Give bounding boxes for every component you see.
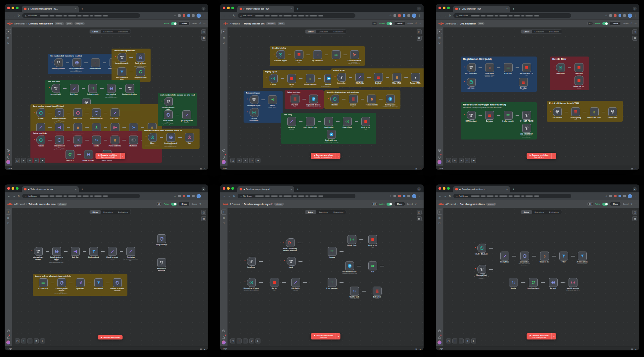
workflow-node[interactable]: *Bi-hourly at 57 minsbetween 9am and 10p… — [244, 278, 259, 291]
zoom-out-button[interactable]: − — [27, 158, 32, 163]
minimize-window-button[interactable] — [227, 7, 230, 9]
profile-avatar[interactable] — [628, 14, 632, 18]
workflow-node[interactable]: Parse HTML table — [586, 107, 602, 119]
menu-dots-icon[interactable]: ⋮ — [418, 14, 421, 17]
node-box[interactable] — [182, 110, 191, 119]
share-button[interactable]: Share — [394, 202, 405, 206]
forward-icon[interactable]: → — [13, 14, 15, 17]
workflow-node[interactable]: Render HTML — [408, 73, 423, 84]
tab-executions[interactable]: Executions — [101, 30, 115, 33]
share-button[interactable]: Share — [179, 202, 190, 206]
logs-settings-icon[interactable]: ▤ — [415, 348, 417, 350]
node-box[interactable] — [157, 234, 166, 243]
node-box[interactable] — [166, 133, 175, 142]
workflow-node[interactable]: Follow through — [85, 84, 100, 96]
logs-settings-icon[interactable]: ▤ — [415, 167, 417, 170]
workflow-node[interactable]: *Schedule Trigger — [273, 50, 288, 62]
tab-search-chevron-icon[interactable]: ▾ — [417, 7, 421, 11]
close-window-button[interactable] — [223, 187, 225, 190]
zoom-to-fit-button[interactable]: ▢ — [446, 158, 451, 163]
zoom-to-fit-button[interactable]: ▢ — [15, 338, 20, 343]
logs-settings-icon[interactable]: ▤ — [200, 348, 202, 350]
forward-icon[interactable]: → — [444, 195, 446, 198]
workflow-tag[interactable]: telegram — [57, 203, 67, 206]
node-box[interactable] — [94, 278, 103, 287]
extension-icon[interactable] — [187, 14, 190, 17]
maximize-window-button[interactable] — [447, 7, 450, 9]
notifications-icon[interactable] — [438, 335, 441, 338]
layers-button[interactable]: ▤ — [201, 36, 206, 41]
node-box[interactable] — [52, 247, 61, 256]
workflow-node[interactable]: fetch total count2GET: http://linkding:9… — [163, 133, 178, 147]
pointer-mode-button[interactable]: ➤ — [40, 158, 45, 163]
node-box[interactable] — [129, 123, 138, 132]
node-box[interactable]: * — [269, 74, 278, 83]
layers-button[interactable]: ▤ — [417, 216, 422, 221]
node-box[interactable] — [91, 58, 100, 67]
projects-icon[interactable]: ◻ — [7, 41, 9, 44]
node-chain[interactable]: *tailscale/mac-accessGet all devices in … — [30, 247, 138, 263]
node-group[interactable]: Delete flow*delete formDelete linkDelete… — [550, 57, 589, 90]
workflow-node[interactable]: Markdown — [126, 136, 141, 147]
workflow-node[interactable]: *delete form — [553, 63, 568, 75]
tab-editor[interactable]: Editor — [90, 210, 101, 214]
node-box[interactable] — [374, 73, 383, 82]
workflow-node[interactable]: Monthly resetsendMessage: message — [383, 95, 398, 107]
pointer-mode-button[interactable]: ➤ — [255, 158, 260, 163]
node-box[interactable]: * — [36, 108, 45, 117]
workflow-node[interactable]: Object to list — [537, 252, 552, 263]
collapse-chevron-icon[interactable]: ▴ — [204, 167, 205, 170]
workflow-node[interactable]: filter unindexed links — [114, 67, 129, 81]
overview-icon[interactable]: ▤ — [223, 36, 225, 39]
breadcrumb-project[interactable]: A Personal — [14, 203, 24, 205]
workflow-node[interactable]: Query State — [497, 252, 512, 263]
workflow-title[interactable]: Run changedetections — [460, 203, 484, 205]
back-icon[interactable]: ← — [439, 14, 441, 17]
minimize-window-button[interactable] — [443, 7, 445, 9]
zoom-in-button[interactable]: + — [237, 338, 242, 343]
workflow-node[interactable]: Edit Fields2 — [107, 108, 122, 120]
workflow-node[interactable]: fetch to-read itemsGET: http://linkding:… — [52, 108, 67, 123]
node-box[interactable] — [313, 50, 322, 59]
node-box[interactable] — [291, 278, 300, 287]
workflow-node[interactable]: Clean inputCoalesce inputs between the..… — [482, 63, 497, 78]
workflow-node[interactable]: Loop Over Items — [133, 67, 148, 79]
node-group[interactable]: mark random links as read (as a to-read)… — [158, 93, 197, 126]
undo-button[interactable]: ↺ — [34, 158, 39, 163]
tab-evaluations[interactable]: Evaluations — [115, 210, 131, 214]
workflow-node[interactable]: If GRANTED — [35, 278, 51, 290]
more-options-icon[interactable]: ⋯ — [419, 203, 421, 205]
node-box[interactable]: * — [276, 50, 285, 59]
node-box[interactable] — [522, 63, 531, 72]
node-box[interactable] — [117, 67, 126, 76]
profile-avatar[interactable] — [197, 194, 201, 198]
node-box[interactable] — [70, 84, 79, 93]
workflow-node[interactable]: */upsert/link-patch — [114, 53, 129, 64]
node-box[interactable] — [368, 261, 377, 270]
node-box[interactable] — [36, 123, 45, 132]
node-box[interactable] — [569, 278, 577, 287]
workflow-node[interactable]: *11:22pm — [265, 74, 281, 86]
history-icon[interactable]: ↺ — [630, 22, 632, 25]
user-avatar[interactable] — [222, 160, 226, 164]
workflow-node[interactable]: Execute WorkflowWorkflow: VHQACOKJGRkup.… — [347, 50, 362, 65]
tab-evaluations[interactable]: Evaluations — [547, 210, 562, 214]
execute-workflow-button[interactable]: ▶ Execute workflowfrom /send▾ — [311, 333, 341, 339]
node-box[interactable]: * — [247, 257, 256, 266]
pointer-mode-button[interactable]: ➤ — [471, 158, 476, 163]
notifications-icon[interactable] — [7, 154, 10, 158]
workflow-node[interactable]: Split Out — [68, 247, 83, 258]
workflow-node[interactable]: *When Executed by Another Workflow — [282, 238, 298, 252]
node-box[interactable] — [111, 136, 119, 144]
bookmark-star-icon[interactable]: ☆ — [174, 195, 176, 197]
workflow-node[interactable]: Split Out — [70, 136, 85, 147]
url-bar[interactable]: ⚠Not Secure — [22, 194, 140, 198]
browser-tab[interactable]: ► Linkding Management - n8...× — [22, 6, 79, 12]
tab-search-chevron-icon[interactable]: ▾ — [202, 187, 206, 191]
node-box[interactable] — [111, 123, 119, 132]
workflow-node[interactable]: Reply with deletedsendMessage: message — [306, 95, 321, 107]
execute-options-button[interactable]: ▾ — [336, 333, 340, 339]
node-box[interactable]: * — [36, 136, 45, 144]
undo-button[interactable]: ↺ — [465, 338, 470, 343]
close-tab-icon[interactable]: × — [506, 188, 508, 190]
